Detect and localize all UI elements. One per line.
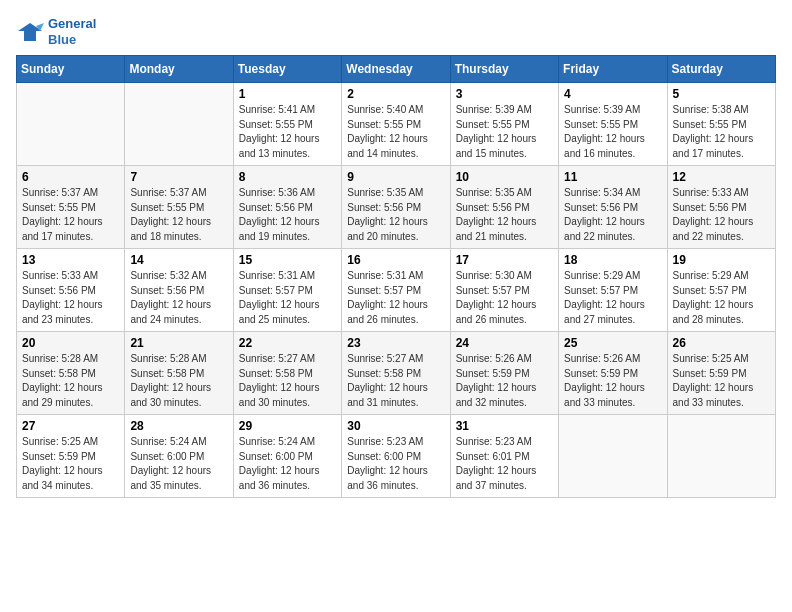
day-number: 27 [22, 419, 119, 433]
calendar-cell: 27Sunrise: 5:25 AM Sunset: 5:59 PM Dayli… [17, 415, 125, 498]
calendar-cell: 10Sunrise: 5:35 AM Sunset: 5:56 PM Dayli… [450, 166, 558, 249]
calendar-cell: 21Sunrise: 5:28 AM Sunset: 5:58 PM Dayli… [125, 332, 233, 415]
day-info: Sunrise: 5:31 AM Sunset: 5:57 PM Dayligh… [347, 269, 444, 327]
calendar-cell: 30Sunrise: 5:23 AM Sunset: 6:00 PM Dayli… [342, 415, 450, 498]
calendar-cell: 23Sunrise: 5:27 AM Sunset: 5:58 PM Dayli… [342, 332, 450, 415]
weekday-header-tuesday: Tuesday [233, 56, 341, 83]
calendar-cell: 6Sunrise: 5:37 AM Sunset: 5:55 PM Daylig… [17, 166, 125, 249]
day-info: Sunrise: 5:29 AM Sunset: 5:57 PM Dayligh… [564, 269, 661, 327]
calendar-cell: 18Sunrise: 5:29 AM Sunset: 5:57 PM Dayli… [559, 249, 667, 332]
day-number: 10 [456, 170, 553, 184]
day-info: Sunrise: 5:23 AM Sunset: 6:01 PM Dayligh… [456, 435, 553, 493]
day-number: 22 [239, 336, 336, 350]
day-number: 15 [239, 253, 336, 267]
day-number: 23 [347, 336, 444, 350]
day-number: 21 [130, 336, 227, 350]
calendar-cell: 5Sunrise: 5:38 AM Sunset: 5:55 PM Daylig… [667, 83, 775, 166]
day-number: 8 [239, 170, 336, 184]
page-header: General Blue [16, 16, 776, 47]
calendar-cell [17, 83, 125, 166]
day-number: 13 [22, 253, 119, 267]
day-info: Sunrise: 5:24 AM Sunset: 6:00 PM Dayligh… [130, 435, 227, 493]
day-info: Sunrise: 5:31 AM Sunset: 5:57 PM Dayligh… [239, 269, 336, 327]
day-number: 7 [130, 170, 227, 184]
day-info: Sunrise: 5:26 AM Sunset: 5:59 PM Dayligh… [456, 352, 553, 410]
day-info: Sunrise: 5:29 AM Sunset: 5:57 PM Dayligh… [673, 269, 770, 327]
day-number: 3 [456, 87, 553, 101]
day-number: 5 [673, 87, 770, 101]
calendar-cell: 9Sunrise: 5:35 AM Sunset: 5:56 PM Daylig… [342, 166, 450, 249]
day-number: 19 [673, 253, 770, 267]
day-info: Sunrise: 5:25 AM Sunset: 5:59 PM Dayligh… [673, 352, 770, 410]
day-info: Sunrise: 5:25 AM Sunset: 5:59 PM Dayligh… [22, 435, 119, 493]
day-info: Sunrise: 5:37 AM Sunset: 5:55 PM Dayligh… [22, 186, 119, 244]
logo-icon [16, 21, 44, 43]
day-number: 16 [347, 253, 444, 267]
calendar-cell: 17Sunrise: 5:30 AM Sunset: 5:57 PM Dayli… [450, 249, 558, 332]
day-number: 12 [673, 170, 770, 184]
calendar-cell: 22Sunrise: 5:27 AM Sunset: 5:58 PM Dayli… [233, 332, 341, 415]
day-number: 20 [22, 336, 119, 350]
day-number: 17 [456, 253, 553, 267]
day-info: Sunrise: 5:35 AM Sunset: 5:56 PM Dayligh… [456, 186, 553, 244]
day-number: 6 [22, 170, 119, 184]
calendar-table: SundayMondayTuesdayWednesdayThursdayFrid… [16, 55, 776, 498]
day-info: Sunrise: 5:23 AM Sunset: 6:00 PM Dayligh… [347, 435, 444, 493]
day-info: Sunrise: 5:33 AM Sunset: 5:56 PM Dayligh… [673, 186, 770, 244]
weekday-header-sunday: Sunday [17, 56, 125, 83]
calendar-cell [125, 83, 233, 166]
calendar-cell: 26Sunrise: 5:25 AM Sunset: 5:59 PM Dayli… [667, 332, 775, 415]
weekday-header-monday: Monday [125, 56, 233, 83]
weekday-header-friday: Friday [559, 56, 667, 83]
day-info: Sunrise: 5:41 AM Sunset: 5:55 PM Dayligh… [239, 103, 336, 161]
day-info: Sunrise: 5:37 AM Sunset: 5:55 PM Dayligh… [130, 186, 227, 244]
day-info: Sunrise: 5:38 AM Sunset: 5:55 PM Dayligh… [673, 103, 770, 161]
day-number: 31 [456, 419, 553, 433]
day-number: 18 [564, 253, 661, 267]
day-number: 24 [456, 336, 553, 350]
day-number: 26 [673, 336, 770, 350]
day-info: Sunrise: 5:27 AM Sunset: 5:58 PM Dayligh… [239, 352, 336, 410]
calendar-cell: 15Sunrise: 5:31 AM Sunset: 5:57 PM Dayli… [233, 249, 341, 332]
weekday-header-thursday: Thursday [450, 56, 558, 83]
day-number: 28 [130, 419, 227, 433]
day-number: 9 [347, 170, 444, 184]
day-info: Sunrise: 5:35 AM Sunset: 5:56 PM Dayligh… [347, 186, 444, 244]
day-number: 1 [239, 87, 336, 101]
day-number: 25 [564, 336, 661, 350]
calendar-cell: 31Sunrise: 5:23 AM Sunset: 6:01 PM Dayli… [450, 415, 558, 498]
logo: General Blue [16, 16, 96, 47]
calendar-cell: 25Sunrise: 5:26 AM Sunset: 5:59 PM Dayli… [559, 332, 667, 415]
calendar-cell: 1Sunrise: 5:41 AM Sunset: 5:55 PM Daylig… [233, 83, 341, 166]
day-info: Sunrise: 5:24 AM Sunset: 6:00 PM Dayligh… [239, 435, 336, 493]
calendar-cell: 3Sunrise: 5:39 AM Sunset: 5:55 PM Daylig… [450, 83, 558, 166]
calendar-cell: 16Sunrise: 5:31 AM Sunset: 5:57 PM Dayli… [342, 249, 450, 332]
day-number: 29 [239, 419, 336, 433]
calendar-cell: 11Sunrise: 5:34 AM Sunset: 5:56 PM Dayli… [559, 166, 667, 249]
day-number: 4 [564, 87, 661, 101]
calendar-cell: 4Sunrise: 5:39 AM Sunset: 5:55 PM Daylig… [559, 83, 667, 166]
calendar-cell: 14Sunrise: 5:32 AM Sunset: 5:56 PM Dayli… [125, 249, 233, 332]
day-info: Sunrise: 5:27 AM Sunset: 5:58 PM Dayligh… [347, 352, 444, 410]
calendar-cell [559, 415, 667, 498]
calendar-cell: 2Sunrise: 5:40 AM Sunset: 5:55 PM Daylig… [342, 83, 450, 166]
day-info: Sunrise: 5:28 AM Sunset: 5:58 PM Dayligh… [130, 352, 227, 410]
day-info: Sunrise: 5:36 AM Sunset: 5:56 PM Dayligh… [239, 186, 336, 244]
day-info: Sunrise: 5:40 AM Sunset: 5:55 PM Dayligh… [347, 103, 444, 161]
day-info: Sunrise: 5:39 AM Sunset: 5:55 PM Dayligh… [456, 103, 553, 161]
day-info: Sunrise: 5:30 AM Sunset: 5:57 PM Dayligh… [456, 269, 553, 327]
weekday-header-wednesday: Wednesday [342, 56, 450, 83]
day-number: 14 [130, 253, 227, 267]
calendar-cell: 20Sunrise: 5:28 AM Sunset: 5:58 PM Dayli… [17, 332, 125, 415]
calendar-cell: 19Sunrise: 5:29 AM Sunset: 5:57 PM Dayli… [667, 249, 775, 332]
day-number: 11 [564, 170, 661, 184]
logo-text: General Blue [48, 16, 96, 47]
day-info: Sunrise: 5:34 AM Sunset: 5:56 PM Dayligh… [564, 186, 661, 244]
calendar-cell: 7Sunrise: 5:37 AM Sunset: 5:55 PM Daylig… [125, 166, 233, 249]
day-info: Sunrise: 5:39 AM Sunset: 5:55 PM Dayligh… [564, 103, 661, 161]
calendar-cell: 24Sunrise: 5:26 AM Sunset: 5:59 PM Dayli… [450, 332, 558, 415]
calendar-cell: 28Sunrise: 5:24 AM Sunset: 6:00 PM Dayli… [125, 415, 233, 498]
weekday-header-saturday: Saturday [667, 56, 775, 83]
calendar-cell: 8Sunrise: 5:36 AM Sunset: 5:56 PM Daylig… [233, 166, 341, 249]
day-info: Sunrise: 5:28 AM Sunset: 5:58 PM Dayligh… [22, 352, 119, 410]
